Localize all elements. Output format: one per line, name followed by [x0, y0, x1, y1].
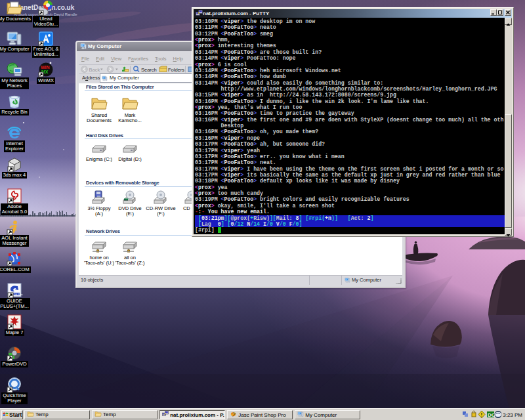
svg-text:Search: Search	[141, 67, 157, 73]
svg-text:DG: DG	[488, 412, 495, 418]
svg-text:DVD: DVD	[125, 198, 129, 201]
svg-text:WIN: WIN	[41, 65, 50, 70]
svg-text:Folders: Folders	[168, 67, 184, 73]
svg-text:Back: Back	[89, 67, 100, 73]
